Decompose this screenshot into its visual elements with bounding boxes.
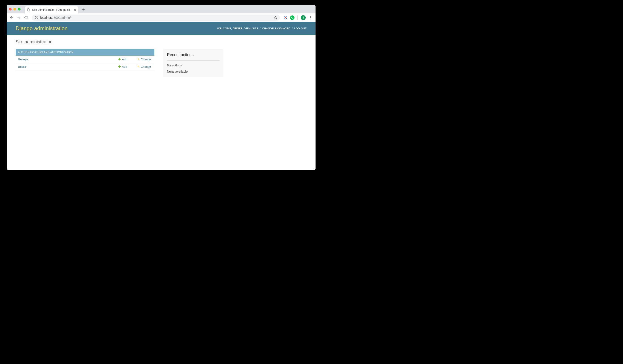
add-label: Add bbox=[122, 58, 127, 61]
window-controls bbox=[9, 8, 21, 11]
recent-actions-heading: Recent actions bbox=[167, 53, 220, 61]
toolbar-divider bbox=[297, 16, 298, 20]
pencil-icon: ✎ bbox=[137, 58, 140, 61]
site-title: Django administration bbox=[16, 25, 67, 32]
model-row-users: Users ✚ Add ✎ Change bbox=[16, 63, 155, 70]
site-info-icon[interactable] bbox=[34, 16, 38, 20]
avatar-initial: J bbox=[303, 16, 304, 19]
svg-marker-9 bbox=[274, 16, 277, 19]
svg-rect-12 bbox=[286, 18, 287, 19]
svg-point-15 bbox=[310, 19, 311, 19]
change-password-link[interactable]: CHANGE PASSWORD bbox=[262, 27, 290, 30]
model-link-users[interactable]: Users bbox=[18, 65, 114, 68]
my-actions-heading: My actions bbox=[167, 64, 220, 67]
browser-window: Site administration | Django sit localho… bbox=[7, 5, 315, 170]
url-text: localhost:8000/admin/ bbox=[40, 16, 71, 20]
punct: . bbox=[243, 27, 244, 30]
tab-bar: Site administration | Django sit bbox=[7, 5, 315, 13]
logout-link[interactable]: LOG OUT bbox=[294, 27, 307, 30]
bookmark-icon[interactable] bbox=[274, 16, 277, 20]
extension-icon[interactable] bbox=[283, 15, 288, 20]
sidebar: Recent actions My actions None available bbox=[163, 49, 223, 77]
username: JFINER bbox=[233, 27, 243, 30]
separator: / bbox=[259, 27, 261, 30]
close-window-button[interactable] bbox=[9, 8, 12, 11]
content: Site administration AUTHENTICATION AND A… bbox=[7, 35, 315, 81]
url-path: :8000/admin/ bbox=[53, 16, 71, 20]
model-row-groups: Groups ✚ Add ✎ Change bbox=[16, 56, 155, 63]
view-site-link[interactable]: VIEW SITE bbox=[244, 27, 258, 30]
page-heading: Site administration bbox=[16, 39, 307, 44]
svg-point-11 bbox=[285, 17, 286, 18]
separator: / bbox=[291, 27, 294, 30]
welcome-text: WELCOME, bbox=[217, 27, 233, 30]
reload-button[interactable] bbox=[23, 15, 29, 21]
browser-tab[interactable]: Site administration | Django sit bbox=[25, 6, 78, 13]
main-columns: AUTHENTICATION AND AUTHORIZATION Groups … bbox=[16, 49, 307, 77]
profile-avatar[interactable]: J bbox=[301, 15, 306, 20]
url-host: localhost bbox=[40, 16, 53, 20]
maximize-window-button[interactable] bbox=[18, 8, 21, 11]
model-link-groups[interactable]: Groups bbox=[18, 58, 114, 61]
svg-point-8 bbox=[36, 17, 37, 17]
auth-module: AUTHENTICATION AND AUTHORIZATION Groups … bbox=[16, 49, 155, 70]
close-tab-button[interactable] bbox=[74, 8, 76, 12]
tab-title: Site administration | Django sit bbox=[32, 8, 72, 11]
new-tab-button[interactable] bbox=[80, 6, 86, 13]
change-label: Change bbox=[141, 65, 151, 68]
grammarly-extension-icon[interactable]: G bbox=[290, 15, 294, 20]
plus-icon: ✚ bbox=[118, 58, 121, 61]
svg-point-14 bbox=[310, 17, 311, 18]
page-viewport: Django administration WELCOME, JFINER. V… bbox=[7, 22, 315, 170]
browser-toolbar: localhost:8000/admin/ G J bbox=[7, 13, 315, 22]
module-caption: AUTHENTICATION AND AUTHORIZATION bbox=[16, 49, 155, 56]
back-button[interactable] bbox=[8, 15, 15, 21]
browser-menu-button[interactable] bbox=[308, 15, 314, 21]
change-users-link[interactable]: ✎ Change bbox=[137, 65, 152, 68]
change-label: Change bbox=[141, 58, 151, 61]
svg-point-13 bbox=[310, 16, 311, 17]
add-label: Add bbox=[122, 65, 127, 68]
change-groups-link[interactable]: ✎ Change bbox=[137, 58, 152, 61]
empty-actions-text: None available bbox=[167, 70, 220, 73]
add-groups-link[interactable]: ✚ Add bbox=[118, 58, 133, 61]
add-users-link[interactable]: ✚ Add bbox=[118, 65, 133, 68]
forward-button[interactable] bbox=[16, 15, 22, 21]
address-bar[interactable]: localhost:8000/admin/ bbox=[32, 15, 280, 21]
app-list: AUTHENTICATION AND AUTHORIZATION Groups … bbox=[16, 49, 155, 77]
user-tools: WELCOME, JFINER. VIEW SITE / CHANGE PASS… bbox=[217, 27, 307, 30]
page-icon bbox=[27, 8, 30, 12]
django-header: Django administration WELCOME, JFINER. V… bbox=[7, 22, 315, 35]
recent-actions-module: Recent actions My actions None available bbox=[163, 49, 223, 77]
minimize-window-button[interactable] bbox=[13, 8, 16, 11]
pencil-icon: ✎ bbox=[137, 65, 140, 68]
plus-icon: ✚ bbox=[118, 65, 121, 68]
